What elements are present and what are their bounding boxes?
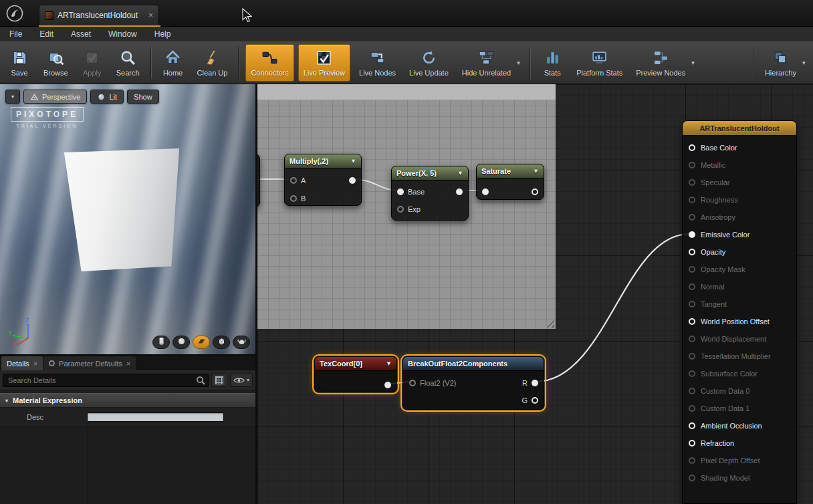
live-preview-button[interactable]: Live Preview — [298, 44, 350, 82]
output-pin[interactable] — [456, 188, 463, 195]
material-pin-tessellation-multiplier[interactable]: Tessellation Multiplier — [683, 348, 796, 365]
pin-icon[interactable] — [689, 266, 695, 273]
material-pin-opacity[interactable]: Opacity — [683, 243, 796, 261]
menu-window[interactable]: Window — [108, 29, 137, 39]
node-saturate[interactable]: Saturate ▼ — [476, 164, 544, 200]
pin-icon[interactable] — [689, 318, 695, 325]
mesh-plane-button[interactable] — [193, 336, 210, 349]
node-header[interactable]: Saturate ▼ — [477, 164, 544, 178]
node-breakout-float2[interactable]: BreakOutFloat2Components Float2 (V2) R G — [402, 356, 544, 410]
pin-icon[interactable] — [689, 179, 695, 186]
material-pin-emissive-color[interactable]: Emissive Color — [683, 226, 796, 243]
output-pin-r[interactable] — [532, 380, 538, 386]
pin-icon[interactable] — [689, 214, 695, 221]
pin-icon[interactable] — [689, 231, 695, 238]
mesh-sphere-button[interactable] — [172, 336, 190, 349]
pin-icon[interactable] — [689, 457, 695, 464]
menu-file[interactable]: File — [9, 29, 22, 39]
chevron-down-icon[interactable]: ▾ — [691, 59, 698, 66]
mesh-cube-button[interactable] — [213, 336, 230, 349]
pin-icon[interactable] — [689, 336, 695, 342]
clean-up-button[interactable]: Clean Up — [193, 44, 233, 82]
pin-icon[interactable] — [689, 144, 695, 151]
node-power[interactable]: Power(X, 5) ▼ Base Exp — [391, 166, 469, 221]
material-pin-custom-data-0[interactable]: Custom Data 0 — [683, 382, 796, 400]
perspective-button[interactable]: Perspective — [23, 90, 87, 104]
show-button[interactable]: Show — [127, 90, 159, 104]
close-icon[interactable]: × — [33, 360, 37, 368]
output-pin[interactable] — [384, 382, 391, 388]
material-pin-opacity-mask[interactable]: Opacity Mask — [683, 261, 796, 278]
live-nodes-button[interactable]: Live Nodes — [354, 44, 400, 82]
material-pin-roughness[interactable]: Roughness — [683, 191, 796, 209]
hierarchy-button[interactable]: Hierarchy — [760, 44, 801, 82]
node-header[interactable]: Power(X, 5) ▼ — [392, 166, 468, 180]
menu-edit[interactable]: Edit — [39, 29, 53, 39]
live-update-button[interactable]: Live Update — [404, 44, 453, 82]
input-pin-exp[interactable] — [397, 206, 404, 213]
desc-input[interactable] — [87, 412, 224, 422]
material-pin-normal[interactable]: Normal — [683, 278, 796, 295]
material-graph[interactable]: Multiply(,2) ▼ A B Power(X, 5) ▼ — [257, 84, 813, 504]
material-pin-specular[interactable]: Specular — [683, 174, 796, 191]
viewport-options-dropdown[interactable]: ▾ — [5, 90, 20, 104]
chevron-down-icon[interactable]: ▼ — [457, 170, 463, 176]
node-header[interactable]: BreakOutFloat2Components — [403, 357, 544, 371]
output-pin[interactable] — [349, 177, 356, 184]
menu-help[interactable]: Help — [154, 29, 171, 39]
material-pin-base-color[interactable]: Base Color — [683, 139, 796, 156]
display-filter-button[interactable] — [211, 374, 227, 387]
node-partial[interactable] — [257, 154, 260, 207]
pin-icon[interactable] — [689, 422, 695, 429]
pin-icon[interactable] — [689, 283, 695, 290]
input-pin-float2[interactable] — [409, 380, 416, 386]
material-result-node[interactable]: ARTranslucentHoldout Base ColorMetallicS… — [682, 120, 797, 504]
pin-icon[interactable] — [689, 249, 695, 255]
comment-box-header[interactable] — [257, 84, 556, 100]
material-pin-custom-data-1[interactable]: Custom Data 1 — [683, 400, 796, 417]
node-header[interactable]: Multiply(,2) ▼ — [285, 154, 361, 168]
mesh-cylinder-button[interactable] — [152, 336, 170, 349]
material-pin-refraction[interactable]: Refraction — [683, 434, 796, 452]
visibility-filter-button[interactable]: ▾ — [230, 374, 253, 387]
pin-icon[interactable] — [689, 353, 695, 360]
pin-icon[interactable] — [689, 197, 695, 203]
material-pin-anisotropy[interactable]: Anisotropy — [683, 209, 796, 226]
stats-button[interactable]: Stats — [537, 44, 568, 82]
save-button[interactable]: Save — [4, 44, 35, 82]
search-button[interactable]: Search — [112, 44, 144, 82]
preview-nodes-button[interactable]: Preview Nodes — [631, 44, 690, 82]
platform-stats-button[interactable]: Platform Stats — [572, 44, 627, 82]
tab-close-icon[interactable]: × — [148, 11, 153, 20]
node-texcoord[interactable]: TexCoord[0] ▼ — [314, 356, 397, 392]
comment-resize-handle[interactable] — [546, 319, 554, 328]
search-details-input[interactable] — [3, 374, 209, 387]
material-pin-ambient-occlusion[interactable]: Ambient Occlusion — [683, 417, 796, 434]
menu-asset[interactable]: Asset — [71, 29, 91, 39]
input-pin-b[interactable] — [290, 195, 297, 202]
connectors-button[interactable]: Connectors — [245, 44, 294, 82]
asset-tab[interactable]: ARTranslucentHoldout × — [39, 5, 159, 25]
browse-button[interactable]: Browse — [39, 44, 73, 82]
input-pin-base[interactable] — [397, 188, 404, 195]
material-pin-pixel-depth-offset[interactable]: Pixel Depth Offset — [683, 452, 796, 469]
pin-icon[interactable] — [689, 162, 695, 168]
section-material-expression[interactable]: ▾ Material Expression — [0, 393, 255, 408]
output-pin[interactable] — [532, 188, 538, 195]
pin-icon[interactable] — [689, 301, 695, 307]
material-pin-metallic[interactable]: Metallic — [683, 156, 796, 174]
material-pin-shading-model[interactable]: Shading Model — [683, 469, 796, 487]
hide-unrelated-button[interactable]: Hide Unrelated — [457, 44, 515, 82]
input-pin[interactable] — [482, 188, 489, 195]
material-pin-subsurface-color[interactable]: Subsurface Color — [683, 365, 796, 382]
lit-button[interactable]: Lit — [90, 90, 124, 104]
chevron-down-icon[interactable]: ▼ — [350, 158, 356, 164]
chevron-down-icon[interactable]: ▼ — [533, 168, 539, 174]
pin-icon[interactable] — [689, 405, 695, 412]
home-button[interactable]: Home — [158, 44, 189, 82]
material-pin-world-position-offset[interactable]: World Position Offset — [683, 313, 796, 330]
pin-icon[interactable] — [689, 388, 695, 394]
material-pin-tangent[interactable]: Tangent — [683, 295, 796, 313]
chevron-down-icon[interactable]: ▼ — [386, 360, 392, 367]
material-pin-world-displacement[interactable]: World Displacement — [683, 330, 796, 348]
